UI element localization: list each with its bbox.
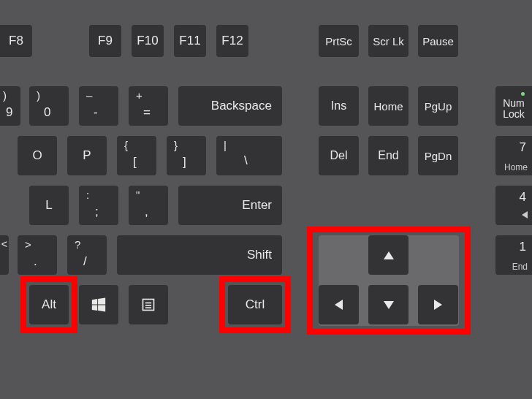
arrow-up-icon — [384, 251, 394, 259]
key-rbracket-main: ] — [183, 155, 186, 170]
key-period[interactable]: > . — [18, 235, 57, 275]
key-minus-sup: – — [86, 89, 92, 102]
key-arrow-down[interactable] — [368, 285, 408, 324]
key-lt-sup: < — [1, 238, 7, 250]
key-9-main: 9 — [6, 105, 12, 120]
key-np1-sub: End — [512, 262, 528, 272]
key-lt-partial[interactable]: < — [0, 235, 9, 275]
arrow-right-icon — [434, 300, 442, 310]
key-quote[interactable]: " , — [129, 186, 168, 225]
key-enter[interactable]: Enter — [178, 186, 282, 225]
key-np4-main: 4 — [520, 190, 526, 205]
key-equals-sup: + — [136, 89, 142, 102]
key-0-sup: ) — [37, 89, 40, 102]
key-numlock-label: Num Lock — [495, 98, 532, 121]
key-f10[interactable]: F10 — [132, 25, 164, 57]
key-pgdn[interactable]: PgDn — [418, 136, 458, 175]
key-arrow-up[interactable] — [368, 235, 408, 275]
key-np7-sub: Home — [504, 162, 528, 172]
key-f12[interactable]: F12 — [216, 25, 248, 57]
key-arrow-right[interactable] — [418, 285, 458, 324]
key-lbracket-sup: { — [124, 139, 128, 151]
key-numpad-1[interactable]: 1 End — [495, 235, 532, 275]
key-backspace[interactable]: Backspace — [178, 86, 282, 126]
key-period-main: . — [34, 254, 37, 269]
key-shift[interactable]: Shift — [117, 235, 282, 275]
key-scrlk[interactable]: Scr Lk — [368, 25, 408, 57]
key-o[interactable]: O — [18, 136, 57, 175]
key-semicolon[interactable]: : ; — [79, 186, 118, 225]
key-np1-main: 1 — [520, 240, 526, 254]
key-quote-sup: " — [136, 189, 140, 201]
key-minus[interactable]: – - — [79, 86, 118, 126]
key-0-main: 0 — [44, 105, 50, 120]
key-pgup[interactable]: PgUp — [418, 86, 458, 126]
key-del[interactable]: Del — [319, 136, 359, 175]
key-np7-main: 7 — [520, 140, 526, 155]
key-slash[interactable]: ? / — [67, 235, 107, 275]
key-windows[interactable] — [79, 285, 118, 324]
key-home[interactable]: Home — [368, 86, 408, 126]
key-equals-main: = — [143, 105, 151, 120]
key-9-sup: ) — [3, 89, 7, 102]
arrow-left-icon — [335, 300, 343, 310]
key-quote-main: , — [145, 205, 148, 219]
key-end[interactable]: End — [368, 136, 408, 175]
key-period-sup: > — [25, 238, 31, 251]
key-0[interactable]: ) 0 — [29, 86, 69, 126]
key-equals[interactable]: + = — [129, 86, 168, 126]
arrow-down-icon — [384, 301, 394, 309]
key-semicolon-sup: : — [86, 189, 89, 201]
key-rbracket[interactable]: } ] — [167, 136, 206, 175]
key-lbracket-main: [ — [133, 155, 137, 170]
key-l[interactable]: L — [29, 186, 69, 225]
key-prtsc[interactable]: PrtSc — [319, 25, 359, 57]
key-menu[interactable] — [129, 285, 168, 324]
key-arrow-left[interactable] — [319, 285, 359, 324]
arrow-left-icon — [522, 211, 528, 218]
key-numpad-7[interactable]: 7 Home — [495, 136, 532, 175]
key-f8[interactable]: F8 — [0, 25, 32, 57]
key-pause[interactable]: Pause — [418, 25, 458, 57]
key-f9[interactable]: F9 — [89, 25, 121, 57]
key-f11[interactable]: F11 — [174, 25, 206, 57]
key-ctrl[interactable]: Ctrl — [228, 285, 282, 324]
key-slash-main: / — [83, 254, 87, 269]
key-rbracket-sup: } — [174, 139, 178, 151]
key-ins[interactable]: Ins — [319, 86, 359, 126]
key-lbracket[interactable]: { [ — [117, 136, 156, 175]
menu-icon — [141, 297, 156, 312]
key-alt[interactable]: Alt — [29, 285, 69, 324]
key-p[interactable]: P — [67, 136, 107, 175]
key-slash-sup: ? — [75, 238, 80, 251]
key-semicolon-main: ; — [95, 205, 99, 219]
windows-icon — [91, 297, 107, 313]
key-np4-sub — [522, 210, 528, 221]
key-numpad-4[interactable]: 4 — [495, 186, 532, 225]
key-backslash-main: \ — [244, 153, 248, 168]
key-numlock[interactable]: Num Lock — [495, 86, 532, 126]
key-backslash-sup: | — [224, 139, 227, 151]
numlock-led-icon — [521, 92, 525, 96]
key-backslash[interactable]: | \ — [216, 136, 282, 175]
key-9[interactable]: ) 9 — [0, 86, 20, 126]
key-minus-main: - — [94, 105, 98, 120]
